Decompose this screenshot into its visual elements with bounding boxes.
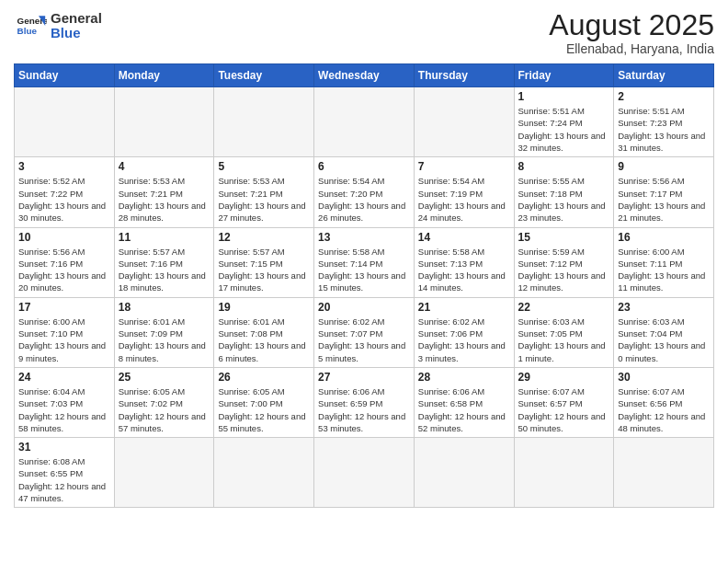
day-info: Sunrise: 5:58 AM Sunset: 7:14 PM Dayligh…	[318, 246, 410, 294]
weekday-header-monday: Monday	[114, 64, 214, 87]
day-number: 12	[218, 231, 310, 244]
calendar-cell: 3Sunrise: 5:52 AM Sunset: 7:22 PM Daylig…	[15, 157, 115, 227]
calendar-cell: 4Sunrise: 5:53 AM Sunset: 7:21 PM Daylig…	[114, 157, 214, 227]
calendar-cell: 8Sunrise: 5:55 AM Sunset: 7:18 PM Daylig…	[514, 157, 614, 227]
day-info: Sunrise: 5:57 AM Sunset: 7:15 PM Dayligh…	[218, 246, 310, 294]
calendar-week-row: 3Sunrise: 5:52 AM Sunset: 7:22 PM Daylig…	[15, 157, 714, 227]
calendar-cell	[314, 438, 415, 508]
calendar-week-row: 1Sunrise: 5:51 AM Sunset: 7:24 PM Daylig…	[15, 87, 714, 157]
weekday-header-friday: Friday	[514, 64, 614, 87]
calendar-cell	[15, 87, 115, 157]
day-number: 30	[618, 371, 710, 384]
day-info: Sunrise: 6:03 AM Sunset: 7:05 PM Dayligh…	[518, 316, 610, 364]
calendar-cell	[214, 438, 314, 508]
calendar-cell: 18Sunrise: 6:01 AM Sunset: 7:09 PM Dayli…	[114, 297, 214, 367]
calendar-cell	[614, 438, 714, 508]
day-info: Sunrise: 6:06 AM Sunset: 6:59 PM Dayligh…	[318, 385, 410, 434]
day-number: 28	[418, 371, 510, 384]
calendar-cell	[314, 87, 415, 157]
day-info: Sunrise: 5:54 AM Sunset: 7:19 PM Dayligh…	[418, 175, 510, 224]
logo: General Blue General Blue	[14, 9, 102, 42]
weekday-header-saturday: Saturday	[614, 64, 714, 87]
day-info: Sunrise: 5:58 AM Sunset: 7:13 PM Dayligh…	[418, 246, 510, 294]
logo-icon: General Blue	[14, 9, 47, 42]
day-number: 21	[418, 301, 510, 314]
day-number: 31	[18, 441, 110, 454]
day-number: 8	[518, 160, 610, 173]
day-number: 29	[518, 371, 610, 384]
day-number: 1	[518, 90, 610, 103]
day-number: 17	[18, 301, 110, 314]
day-number: 23	[618, 301, 710, 314]
calendar-cell: 22Sunrise: 6:03 AM Sunset: 7:05 PM Dayli…	[514, 297, 614, 367]
calendar-cell: 17Sunrise: 6:00 AM Sunset: 7:10 PM Dayli…	[15, 297, 115, 367]
calendar-cell: 31Sunrise: 6:08 AM Sunset: 6:55 PM Dayli…	[15, 438, 115, 508]
day-info: Sunrise: 5:59 AM Sunset: 7:12 PM Dayligh…	[518, 246, 610, 294]
day-number: 5	[218, 160, 310, 173]
day-info: Sunrise: 6:08 AM Sunset: 6:55 PM Dayligh…	[18, 455, 110, 504]
calendar-cell: 6Sunrise: 5:54 AM Sunset: 7:20 PM Daylig…	[314, 157, 415, 227]
calendar-cell: 14Sunrise: 5:58 AM Sunset: 7:13 PM Dayli…	[414, 227, 514, 297]
calendar-cell	[114, 438, 214, 508]
day-info: Sunrise: 5:53 AM Sunset: 7:21 PM Dayligh…	[218, 175, 310, 224]
calendar-cell: 16Sunrise: 6:00 AM Sunset: 7:11 PM Dayli…	[614, 227, 714, 297]
day-number: 10	[18, 231, 110, 244]
calendar-cell: 19Sunrise: 6:01 AM Sunset: 7:08 PM Dayli…	[214, 297, 314, 367]
title-block: August 2025 Ellenabad, Haryana, India	[549, 9, 714, 56]
calendar-cell: 13Sunrise: 5:58 AM Sunset: 7:14 PM Dayli…	[314, 227, 415, 297]
day-number: 26	[218, 371, 310, 384]
day-info: Sunrise: 6:05 AM Sunset: 7:00 PM Dayligh…	[218, 385, 310, 434]
svg-text:Blue: Blue	[17, 26, 38, 36]
weekday-header-wednesday: Wednesday	[314, 64, 415, 87]
logo-blue: Blue	[51, 26, 102, 41]
day-number: 19	[218, 301, 310, 314]
day-number: 16	[618, 231, 710, 244]
calendar-cell: 28Sunrise: 6:06 AM Sunset: 6:58 PM Dayli…	[414, 367, 514, 437]
day-number: 4	[119, 160, 210, 173]
day-number: 14	[418, 231, 510, 244]
calendar-table: SundayMondayTuesdayWednesdayThursdayFrid…	[14, 63, 714, 508]
day-number: 20	[318, 301, 410, 314]
calendar-cell	[514, 438, 614, 508]
calendar-cell: 24Sunrise: 6:04 AM Sunset: 7:03 PM Dayli…	[15, 367, 115, 437]
calendar-cell: 5Sunrise: 5:53 AM Sunset: 7:21 PM Daylig…	[214, 157, 314, 227]
day-number: 15	[518, 231, 610, 244]
weekday-header-row: SundayMondayTuesdayWednesdayThursdayFrid…	[15, 64, 714, 87]
calendar-cell: 26Sunrise: 6:05 AM Sunset: 7:00 PM Dayli…	[214, 367, 314, 437]
calendar-cell	[414, 438, 514, 508]
day-info: Sunrise: 6:07 AM Sunset: 6:57 PM Dayligh…	[518, 385, 610, 434]
calendar-cell: 23Sunrise: 6:03 AM Sunset: 7:04 PM Dayli…	[614, 297, 714, 367]
day-info: Sunrise: 6:06 AM Sunset: 6:58 PM Dayligh…	[418, 385, 510, 434]
calendar-week-row: 10Sunrise: 5:56 AM Sunset: 7:16 PM Dayli…	[15, 227, 714, 297]
weekday-header-tuesday: Tuesday	[214, 64, 314, 87]
day-number: 11	[119, 231, 210, 244]
day-info: Sunrise: 5:54 AM Sunset: 7:20 PM Dayligh…	[318, 175, 410, 224]
day-info: Sunrise: 6:01 AM Sunset: 7:08 PM Dayligh…	[218, 316, 310, 364]
calendar-cell: 20Sunrise: 6:02 AM Sunset: 7:07 PM Dayli…	[314, 297, 415, 367]
day-number: 13	[318, 231, 410, 244]
day-number: 22	[518, 301, 610, 314]
day-number: 2	[618, 90, 710, 103]
day-number: 9	[618, 160, 710, 173]
day-number: 7	[418, 160, 510, 173]
calendar-cell: 1Sunrise: 5:51 AM Sunset: 7:24 PM Daylig…	[514, 87, 614, 157]
calendar-cell: 21Sunrise: 6:02 AM Sunset: 7:06 PM Dayli…	[414, 297, 514, 367]
calendar-week-row: 24Sunrise: 6:04 AM Sunset: 7:03 PM Dayli…	[15, 367, 714, 437]
day-number: 6	[318, 160, 410, 173]
day-info: Sunrise: 6:07 AM Sunset: 6:56 PM Dayligh…	[618, 385, 710, 434]
calendar-cell: 15Sunrise: 5:59 AM Sunset: 7:12 PM Dayli…	[514, 227, 614, 297]
day-info: Sunrise: 5:52 AM Sunset: 7:22 PM Dayligh…	[18, 175, 110, 224]
calendar-subtitle: Ellenabad, Haryana, India	[549, 41, 714, 56]
day-info: Sunrise: 6:00 AM Sunset: 7:11 PM Dayligh…	[618, 246, 710, 294]
day-info: Sunrise: 6:02 AM Sunset: 7:07 PM Dayligh…	[318, 316, 410, 364]
calendar-week-row: 31Sunrise: 6:08 AM Sunset: 6:55 PM Dayli…	[15, 438, 714, 508]
calendar-title: August 2025	[549, 9, 714, 41]
calendar-cell: 25Sunrise: 6:05 AM Sunset: 7:02 PM Dayli…	[114, 367, 214, 437]
day-info: Sunrise: 6:00 AM Sunset: 7:10 PM Dayligh…	[18, 316, 110, 364]
calendar-cell: 9Sunrise: 5:56 AM Sunset: 7:17 PM Daylig…	[614, 157, 714, 227]
day-info: Sunrise: 6:04 AM Sunset: 7:03 PM Dayligh…	[18, 385, 110, 434]
weekday-header-sunday: Sunday	[15, 64, 115, 87]
day-number: 27	[318, 371, 410, 384]
logo-general: General	[51, 11, 102, 27]
calendar-cell: 7Sunrise: 5:54 AM Sunset: 7:19 PM Daylig…	[414, 157, 514, 227]
